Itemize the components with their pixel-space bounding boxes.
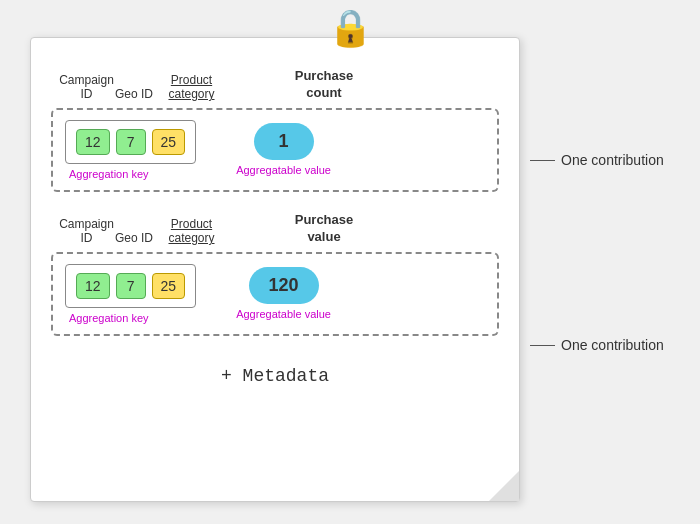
agg-key-label-1: Aggregation key [65,168,149,180]
col-header-product-2: Product category [154,217,229,246]
agg-value-label-1: Aggregatable value [236,164,331,176]
product-value-1: 25 [152,129,186,155]
paper-card: Campaign ID Geo ID Product category Purc… [30,37,520,502]
col-header-purchase-2: Purchase value [284,212,364,246]
col-header-campaign-2: Campaign ID [59,217,114,246]
product-value-2: 25 [152,273,186,299]
geo-value-2: 7 [116,273,146,299]
column-headers-2: Campaign ID Geo ID Product category Purc… [51,212,499,246]
campaign-value-2: 12 [76,273,110,299]
dashed-box-2: 12 7 25 Aggregation key 120 Aggregatable… [51,252,499,336]
agg-key-label-2: Aggregation key [65,312,149,324]
dashed-box-1: 12 7 25 Aggregation key 1 Aggregatable v… [51,108,499,192]
contribution-label-1: One contribution [561,152,664,168]
main-diagram: 🔒 Campaign ID Geo ID Product category Pu… [30,17,670,507]
col-header-product-1: Product category [154,73,229,102]
value-area-2: 120 Aggregatable value [236,267,331,320]
connector-line-1 [530,160,555,161]
right-labels: One contribution One contribution [530,37,670,502]
contribution-label-area-2: One contribution [530,337,664,353]
col-header-purchase-1: Purchase count [284,68,364,102]
contribution-label-2: One contribution [561,337,664,353]
geo-value-1: 7 [116,129,146,155]
agg-value-label-2: Aggregatable value [236,308,331,320]
col-header-geo-1: Geo ID [114,87,154,101]
contribution-block-1: Campaign ID Geo ID Product category Purc… [51,68,499,192]
key-cells-2: 12 7 25 [65,264,196,308]
col-header-campaign-1: Campaign ID [59,73,114,102]
value-area-1: 1 Aggregatable value [236,123,331,176]
key-cells-1: 12 7 25 [65,120,196,164]
connector-line-2 [530,345,555,346]
contribution-block-2: Campaign ID Geo ID Product category Purc… [51,212,499,336]
contribution-label-area-1: One contribution [530,152,664,168]
column-headers-1: Campaign ID Geo ID Product category Purc… [51,68,499,102]
agg-value-bubble-2: 120 [249,267,319,304]
lock-icon: 🔒 [328,7,373,49]
agg-value-bubble-1: 1 [254,123,314,160]
metadata-text: + Metadata [51,356,499,396]
col-header-geo-2: Geo ID [114,231,154,245]
campaign-value-1: 12 [76,129,110,155]
